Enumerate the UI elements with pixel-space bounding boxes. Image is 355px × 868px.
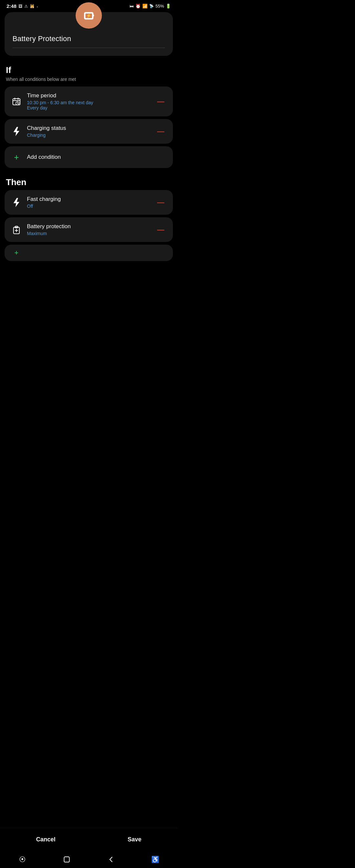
if-section-sublabel: When all conditions below are met	[6, 76, 171, 82]
fast-charging-content: Fast charging Off	[27, 196, 150, 209]
svg-marker-12	[13, 198, 20, 207]
battery-icon-circle: ⚡	[75, 2, 102, 29]
add-condition-icon: +	[11, 153, 22, 161]
svg-marker-11	[13, 127, 20, 136]
add-condition-row[interactable]: + Add condition	[5, 146, 173, 168]
bolt-condition-icon	[11, 127, 22, 136]
header-icon-wrap: ⚡	[12, 2, 165, 29]
charging-status-content: Charging status Charging	[27, 125, 150, 138]
battery-protection-title: Battery protection	[27, 223, 150, 230]
battery-protect-action-icon	[11, 225, 22, 235]
svg-rect-2	[93, 14, 94, 17]
charging-status-remove-button[interactable]: —	[155, 127, 166, 136]
fast-charging-icon	[11, 198, 22, 207]
fast-charging-value: Off	[27, 204, 150, 209]
partial-add-icon: +	[11, 249, 22, 256]
svg-line-10	[18, 103, 19, 104]
time-period-condition[interactable]: Time period 10:30 pm - 6:30 am the next …	[5, 87, 173, 116]
charging-status-value: Charging	[27, 132, 150, 138]
battery-protection-value: Maximum	[27, 231, 150, 236]
fast-charging-remove-button[interactable]: —	[155, 197, 166, 208]
time-period-value: 10:30 pm - 6:30 am the next day Every da…	[27, 100, 150, 111]
calendar-clock-icon	[11, 97, 22, 106]
fast-charging-action[interactable]: Fast charging Off —	[5, 190, 173, 215]
partial-row: +	[5, 245, 173, 261]
charging-status-title: Charging status	[27, 125, 150, 131]
then-section-label: Then	[6, 177, 171, 187]
svg-text:⚡: ⚡	[86, 13, 92, 19]
battery-protection-content: Battery protection Maximum	[27, 223, 150, 236]
battery-protection-remove-button[interactable]: —	[155, 225, 166, 235]
header-title: Battery Protection	[12, 34, 165, 48]
charging-status-condition[interactable]: Charging status Charging —	[5, 119, 173, 144]
battery-status-icon: 🔋	[166, 4, 171, 8]
time-period-title: Time period	[27, 92, 150, 99]
header-card: ⚡ Battery Protection	[5, 12, 173, 56]
battery-protection-action[interactable]: Battery protection Maximum —	[5, 217, 173, 242]
battery-header-icon: ⚡	[82, 9, 95, 22]
time-period-remove-button[interactable]: —	[155, 97, 166, 106]
time-period-content: Time period 10:30 pm - 6:30 am the next …	[27, 92, 150, 111]
if-section-label: If	[6, 65, 171, 75]
fast-charging-title: Fast charging	[27, 196, 150, 203]
add-condition-label: Add condition	[27, 154, 61, 160]
